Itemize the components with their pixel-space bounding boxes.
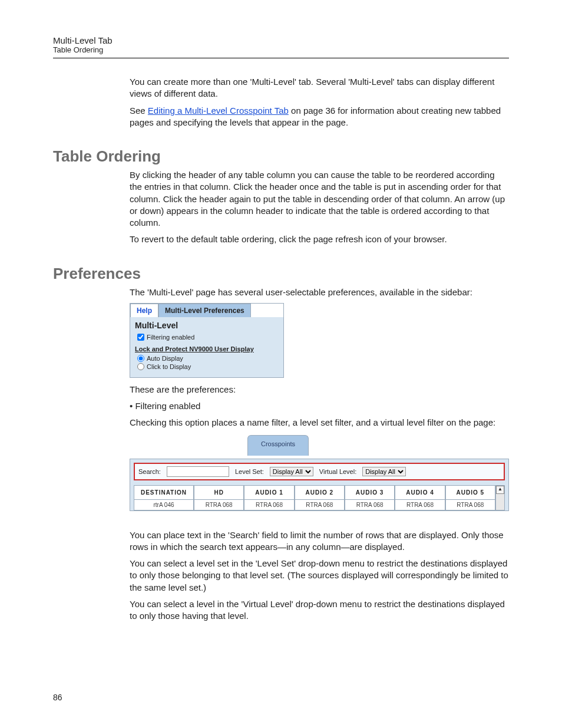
heading-table-ordering: Table Ordering [53, 147, 509, 166]
level-set-paragraph: You can select a level set in the 'Level… [130, 558, 509, 594]
auto-display-radio-label: Auto Display [147, 355, 183, 362]
intro-paragraph-2: See Editing a Multi-Level Crosspoint Tab… [130, 105, 509, 129]
td-hd: RTRA 068 [194, 500, 243, 510]
col-audio4: AUDIO 4 RTRA 068 [395, 485, 445, 510]
crosspoints-screenshot: Crosspoints Search: Level Set: Display A… [130, 435, 509, 523]
checkbox-filtering-enabled[interactable]: Filtering enabled [137, 334, 279, 341]
pref-body: Multi-Level Filtering enabled Lock and P… [130, 317, 283, 377]
level-set-label: Level Set: [235, 468, 264, 475]
th-audio4[interactable]: AUDIO 4 [395, 486, 444, 500]
scroll-up-icon[interactable]: ▲ [496, 486, 504, 494]
auto-display-radio-input[interactable] [137, 355, 144, 362]
header-title: Multi-Level Tab [53, 35, 509, 45]
filtering-checkbox-input[interactable] [137, 334, 144, 341]
search-paragraph: You can place text in the 'Search' field… [130, 529, 509, 554]
virtual-level-paragraph: You can select a level in the 'Virtual L… [130, 598, 509, 622]
pref-subheading-lock-protect: Lock and Protect NV9000 User Display [135, 345, 279, 353]
filtering-checkbox-label: Filtering enabled [147, 334, 194, 341]
th-audio5[interactable]: AUDIO 5 [446, 486, 495, 500]
virtual-level-label: Virtual Level: [319, 468, 356, 475]
prefs-intro: The 'Multi-Level' page has several user-… [130, 286, 509, 298]
crosspoints-table: DESTINATION rtrA 046 HD RTRA 068 AUDIO 1… [134, 485, 505, 510]
th-audio1[interactable]: AUDIO 1 [244, 486, 293, 500]
prefs-lead: These are the preferences: [130, 384, 509, 396]
td-destination: rtrA 046 [134, 500, 193, 510]
td-audio1: RTRA 068 [244, 500, 293, 510]
pref-title: Multi-Level [135, 321, 279, 330]
td-audio4: RTRA 068 [395, 500, 444, 510]
heading-preferences: Preferences [53, 265, 509, 283]
tab-help[interactable]: Help [130, 304, 158, 317]
ordering-paragraph-2: To revert to the default table ordering,… [130, 233, 509, 245]
col-audio5: AUDIO 5 RTRA 068 [445, 485, 495, 510]
bullet-filtering-enabled: Filtering enabled [130, 400, 509, 412]
tab-crosspoints[interactable]: Crosspoints [247, 435, 309, 456]
click-display-radio-label: Click to Display [147, 363, 191, 370]
header-subtitle: Table Ordering [53, 45, 509, 54]
col-hd: HD RTRA 068 [194, 485, 244, 510]
td-audio3: RTRA 068 [345, 500, 394, 510]
col-audio1: AUDIO 1 RTRA 068 [244, 485, 294, 510]
level-set-select[interactable]: Display All [270, 467, 313, 476]
search-input[interactable] [167, 466, 229, 477]
th-audio3[interactable]: AUDIO 3 [345, 486, 394, 500]
th-audio2[interactable]: AUDIO 2 [295, 486, 344, 500]
col-destination: DESTINATION rtrA 046 [134, 485, 194, 510]
tab-multi-level-preferences[interactable]: Multi-Level Preferences [158, 304, 251, 317]
running-header: Multi-Level Tab Table Ordering [53, 35, 509, 54]
th-destination[interactable]: DESTINATION [134, 486, 193, 500]
filter-row: Search: Level Set: Display All Virtual L… [134, 463, 505, 480]
header-rule [53, 58, 509, 58]
radio-click-to-display[interactable]: Click to Display [137, 363, 279, 370]
page-number: 86 [53, 693, 509, 702]
multi-level-preferences-panel: Help Multi-Level Preferences Multi-Level… [130, 303, 284, 378]
click-display-radio-input[interactable] [137, 363, 144, 370]
intro-p2-pre: See [130, 106, 148, 116]
radio-auto-display[interactable]: Auto Display [137, 355, 279, 362]
pref-tabs: Help Multi-Level Preferences [130, 304, 283, 317]
ordering-paragraph-1: By clicking the header of any table colu… [130, 169, 509, 229]
col-audio3: AUDIO 3 RTRA 068 [345, 485, 395, 510]
intro-paragraph-1: You can create more than one 'Multi-Leve… [130, 76, 509, 100]
col-audio2: AUDIO 2 RTRA 068 [295, 485, 345, 510]
th-hd[interactable]: HD [194, 486, 243, 500]
td-audio5: RTRA 068 [446, 500, 495, 510]
table-scrollbar[interactable]: ▲ [495, 485, 505, 510]
link-editing-crosspoint-tab[interactable]: Editing a Multi-Level Crosspoint Tab [148, 106, 289, 116]
search-label: Search: [138, 468, 161, 475]
filtering-description: Checking this option places a name filte… [130, 417, 509, 429]
crosspoints-panel: Search: Level Set: Display All Virtual L… [130, 459, 509, 511]
virtual-level-select[interactable]: Display All [362, 467, 406, 476]
td-audio2: RTRA 068 [295, 500, 344, 510]
